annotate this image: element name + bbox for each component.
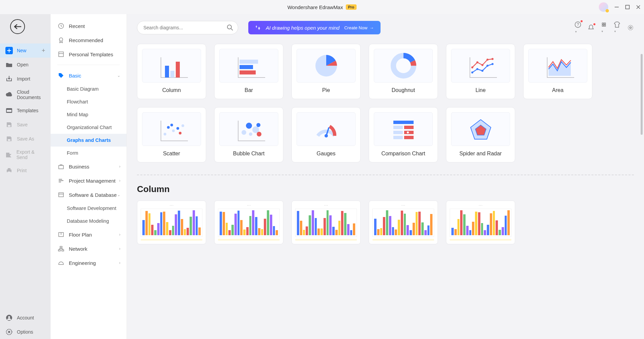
grid-icon <box>58 51 64 57</box>
search-input[interactable] <box>137 21 238 34</box>
template-3[interactable]: · · · <box>369 201 438 244</box>
card-label: Bubble Chart <box>233 151 264 157</box>
bell-icon[interactable] <box>588 24 594 31</box>
rail-templates[interactable]: Templates <box>0 103 51 118</box>
bar-thumb <box>219 49 278 83</box>
ai-banner[interactable]: AI drawing helps open your mind Create N… <box>248 21 381 34</box>
tshirt-icon[interactable]: ▾ <box>614 22 620 34</box>
rail-save[interactable]: Save <box>0 118 51 132</box>
rail-saveas[interactable]: Save As <box>0 132 51 146</box>
help-icon[interactable]: ?▾ <box>575 21 581 34</box>
card-gauge[interactable]: Gauges <box>291 107 361 162</box>
settings-icon[interactable] <box>627 24 634 31</box>
card-bubble[interactable]: Bubble Chart <box>214 107 283 162</box>
card-bar[interactable]: Bar <box>214 44 283 99</box>
cat-basic[interactable]: Basic ⌄ <box>51 68 127 83</box>
sub-mindmap[interactable]: Mind Map <box>51 108 127 121</box>
scrollbar[interactable] <box>641 54 643 135</box>
card-scatter[interactable]: Scatter <box>137 107 206 162</box>
template-title: · · · <box>218 204 280 207</box>
svg-point-14 <box>8 331 10 333</box>
cat-label: Software & Database <box>69 192 117 198</box>
svg-rect-1 <box>626 5 629 9</box>
svg-text:?: ? <box>577 22 579 27</box>
cat-personal[interactable]: Personal Templates <box>51 47 127 61</box>
svg-point-60 <box>179 132 181 134</box>
rail-print[interactable]: Print <box>0 163 51 178</box>
close-button[interactable] <box>636 5 641 9</box>
left-rail: New + Open Import Cloud Documents Templa… <box>0 14 51 339</box>
template-chart <box>295 209 357 237</box>
card-pie[interactable]: Pie <box>291 44 361 99</box>
sub-graphs-charts[interactable]: Graphs and Charts <box>51 134 127 147</box>
svg-rect-23 <box>59 193 63 197</box>
avatar[interactable] <box>599 2 608 12</box>
rail-label: Templates <box>17 108 38 113</box>
folder-icon <box>5 61 13 68</box>
sub-basic-diagram[interactable]: Basic Diagram <box>51 83 127 95</box>
template-2[interactable]: · · · <box>291 201 361 244</box>
gantt-icon <box>58 178 64 184</box>
svg-point-16 <box>59 38 63 41</box>
card-comparison[interactable]: Comparison Chart <box>369 107 438 162</box>
rail-new[interactable]: New + <box>0 43 51 58</box>
svg-line-31 <box>231 29 233 30</box>
app-title-container: Wondershare EdrawMax Pro <box>287 4 357 10</box>
cat-recommended[interactable]: Recommended <box>51 33 127 47</box>
cat-business[interactable]: Business › <box>51 159 127 174</box>
template-0[interactable]: · · · <box>137 201 206 244</box>
search-icon[interactable] <box>227 24 233 31</box>
card-line[interactable]: Line <box>446 44 515 99</box>
shortcuts-icon[interactable]: ▾ <box>601 22 607 34</box>
rail-cloud[interactable]: Cloud Documents <box>0 86 51 103</box>
card-doughnut[interactable]: Doughnut <box>369 44 438 99</box>
card-area[interactable]: Area <box>523 44 592 99</box>
arrow-left-icon <box>13 24 22 29</box>
pie-thumb <box>297 49 356 83</box>
create-now-button[interactable]: Create Now → <box>344 25 374 30</box>
cat-software-db[interactable]: Software & Database ⌄ <box>51 188 127 202</box>
maximize-button[interactable] <box>625 5 630 9</box>
clock-icon <box>58 23 64 29</box>
card-label: Spider and Radar <box>459 151 502 157</box>
rail-export[interactable]: Export & Send <box>0 146 51 163</box>
rail-account[interactable]: Account <box>0 311 51 325</box>
svg-point-63 <box>246 123 252 129</box>
sub-org-chart[interactable]: Organizational Chart <box>51 121 127 134</box>
sub-flowchart[interactable]: Flowchart <box>51 95 127 108</box>
template-chart <box>218 209 280 237</box>
svg-rect-76 <box>404 136 414 139</box>
cat-pm[interactable]: Project Management › <box>51 174 127 188</box>
cat-floorplan[interactable]: Floor Plan › <box>51 227 127 242</box>
template-1[interactable]: · · · <box>214 201 283 244</box>
card-column[interactable]: Column <box>137 44 206 99</box>
network-icon <box>58 246 64 252</box>
svg-rect-75 <box>393 136 403 139</box>
template-row: · · ·· · ·· · ·· · ·· · · <box>127 201 644 244</box>
svg-point-67 <box>257 132 261 136</box>
sub-form[interactable]: Form <box>51 147 127 159</box>
rail-import[interactable]: Import <box>0 72 51 86</box>
rail-label: Import <box>17 76 30 82</box>
template-4[interactable]: · · · <box>446 201 515 244</box>
sub-software-dev[interactable]: Software Development <box>51 202 127 215</box>
add-icon[interactable]: + <box>41 47 45 54</box>
cat-engineering[interactable]: Engineering › <box>51 256 127 270</box>
rail-open[interactable]: Open <box>0 58 51 72</box>
back-button[interactable] <box>10 19 25 34</box>
chevron-right-icon: › <box>119 164 120 169</box>
cat-recent[interactable]: Recent <box>51 19 127 33</box>
card-radar[interactable]: Spider and Radar <box>446 107 515 162</box>
template-footer <box>295 239 357 241</box>
svg-rect-5 <box>7 110 11 112</box>
svg-point-59 <box>176 127 179 130</box>
minimize-button[interactable] <box>614 5 619 9</box>
radar-thumb <box>451 112 510 146</box>
print-icon <box>5 167 13 174</box>
cat-label: Recommended <box>69 37 103 43</box>
sub-db-modeling[interactable]: Database Modeling <box>51 215 127 227</box>
svg-point-57 <box>172 129 175 132</box>
svg-rect-19 <box>59 165 63 169</box>
rail-options[interactable]: Options <box>0 325 51 339</box>
cat-network[interactable]: Network › <box>51 242 127 256</box>
